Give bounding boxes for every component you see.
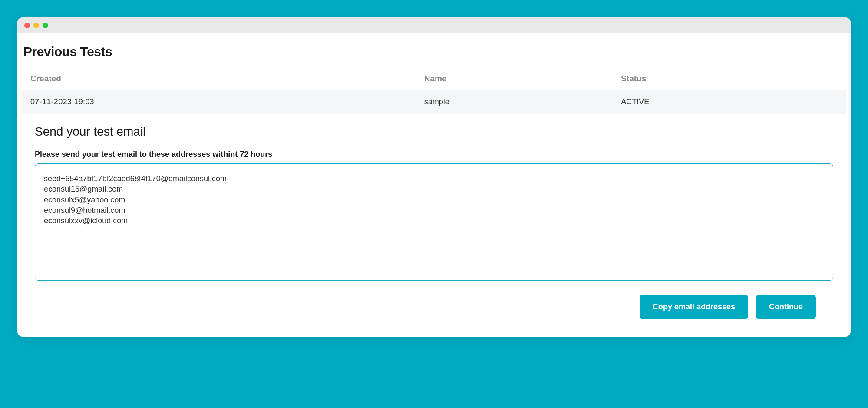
continue-button[interactable]: Continue xyxy=(756,295,816,319)
cell-status: ACTIVE xyxy=(621,97,838,106)
window-maximize-icon[interactable] xyxy=(43,23,48,28)
window-minimize-icon[interactable] xyxy=(33,23,39,28)
section-title: Send your test email xyxy=(35,125,833,139)
tests-table: Created Name Status 07-11-2023 19:03 sam… xyxy=(22,68,846,114)
column-header-name: Name xyxy=(424,74,621,83)
app-window: Previous Tests Created Name Status 07-11… xyxy=(17,17,851,337)
table-header-row: Created Name Status xyxy=(22,68,846,90)
window-close-icon[interactable] xyxy=(24,23,30,28)
window-titlebar xyxy=(17,17,851,33)
table-row[interactable]: 07-11-2023 19:03 sample ACTIVE xyxy=(22,90,846,114)
cell-created: 07-11-2023 19:03 xyxy=(30,97,424,106)
page-title: Previous Tests xyxy=(22,42,846,68)
cell-name: sample xyxy=(424,97,621,106)
content-area: Previous Tests Created Name Status 07-11… xyxy=(17,33,851,337)
instruction-text: Please send your test email to these add… xyxy=(35,150,833,159)
column-header-status: Status xyxy=(621,74,838,83)
copy-email-addresses-button[interactable]: Copy email addresses xyxy=(640,295,748,319)
email-addresses-box[interactable]: seed+654a7bf17bf2caed68f4f170@emailconsu… xyxy=(35,163,833,281)
column-header-created: Created xyxy=(30,74,424,83)
send-email-section: Send your test email Please send your te… xyxy=(22,114,846,281)
action-buttons: Copy email addresses Continue xyxy=(22,281,846,319)
